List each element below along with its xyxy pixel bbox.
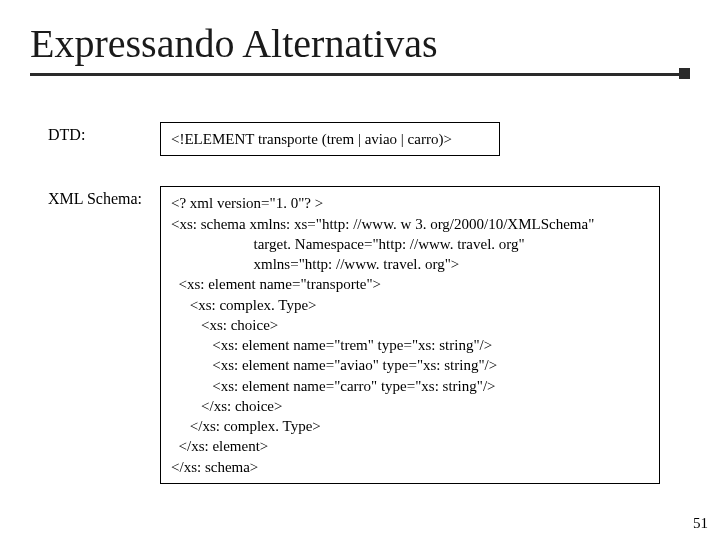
content-area: DTD: <!ELEMENT transporte (trem | aviao … [0,82,720,484]
dtd-code-box: <!ELEMENT transporte (trem | aviao | car… [160,122,500,156]
title-area: Expressando Alternativas [0,0,720,82]
xmlschema-code-box: <? xml version="1. 0"? > <xs: schema xml… [160,186,660,484]
dtd-label: DTD: [30,122,160,144]
xmlschema-label: XML Schema: [30,186,160,208]
page-number: 51 [693,515,708,532]
xmlschema-row: XML Schema: <? xml version="1. 0"? > <xs… [30,186,690,484]
title-underline [30,73,690,76]
page-title: Expressando Alternativas [30,20,690,67]
dtd-row: DTD: <!ELEMENT transporte (trem | aviao … [30,122,690,156]
